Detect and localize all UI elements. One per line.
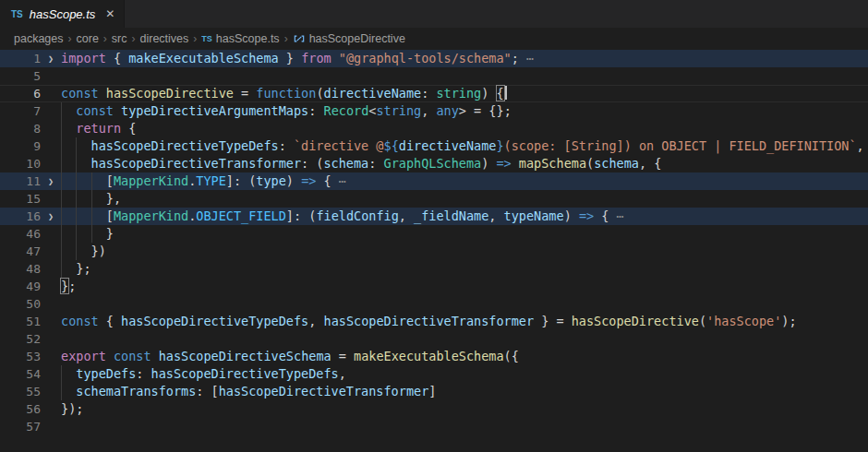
line-number: 56	[0, 400, 41, 418]
fold-spacer	[41, 67, 61, 85]
code-line: 5	[0, 67, 868, 85]
breadcrumb-item-file[interactable]: TS hasScope.ts	[201, 32, 279, 45]
code-content[interactable]: });	[61, 400, 83, 418]
fold-spacer	[41, 278, 61, 295]
code-content[interactable]: typeDefs: hasScopeDirectiveTypeDefs,	[61, 365, 346, 383]
token-var: directiveName	[324, 86, 422, 101]
breadcrumb-item-core[interactable]: core	[77, 32, 99, 45]
line-number: 6	[0, 85, 41, 102]
fold-spacer	[41, 418, 61, 435]
token-pun: > = {};	[459, 103, 512, 118]
chevron-right-icon: ›	[68, 32, 72, 45]
token-pun: {	[106, 51, 128, 65]
token-var: hasScopeDirectiveTransformer	[219, 384, 429, 398]
token-var: typeDefs	[76, 366, 136, 381]
token-kw: const	[114, 349, 151, 363]
code-content[interactable]: const { hasScopeDirectiveTypeDefs, hasSc…	[61, 313, 797, 330]
token-pun: ,	[488, 208, 503, 223]
code-content[interactable]: hasScopeDirectiveTypeDefs: `directive @$…	[61, 137, 864, 155]
gutter: 9	[0, 137, 61, 155]
fold-spacer	[41, 155, 61, 172]
indent-guide	[76, 172, 90, 190]
gutter: 10	[0, 155, 61, 172]
token-fn: hasScopeDirective	[572, 314, 699, 328]
token-var: directiveName	[399, 138, 497, 153]
token-pun: ,	[857, 138, 864, 153]
indent-guide	[76, 225, 90, 243]
token-ctrl: from	[301, 51, 332, 65]
token-kw: =>	[496, 156, 511, 171]
line-number: 55	[0, 383, 41, 400]
code-line: 49};	[0, 278, 868, 295]
fold-chevron-icon[interactable]: ❯	[41, 172, 61, 190]
code-line: 10hasScopeDirectiveTransformer: (schema:…	[0, 155, 868, 172]
breadcrumb-item-src[interactable]: src	[112, 32, 127, 45]
close-icon[interactable]: ✕	[105, 8, 115, 19]
breadcrumb-item-directives[interactable]: directives	[140, 32, 189, 45]
token-pun: {	[121, 121, 136, 136]
tab-label: hasScope.ts	[30, 7, 96, 21]
line-number: 49	[0, 278, 41, 295]
code-line: 47})	[0, 243, 868, 260]
token-kw: any	[436, 103, 458, 118]
code-line: 53export const hasScopeDirectiveSchema =…	[0, 348, 868, 365]
code-line: 50	[0, 295, 868, 313]
token-var: schemaTransforms	[76, 384, 196, 398]
code-content[interactable]: export const hasScopeDirectiveSchema = m…	[61, 348, 519, 365]
gutter: 6	[0, 85, 61, 102]
gutter: 46	[0, 225, 61, 243]
fold-spacer	[41, 383, 61, 400]
code-content[interactable]: schemaTransforms: [hasScopeDirectiveTran…	[61, 383, 436, 400]
gutter: 51	[0, 313, 61, 330]
token-str: (scope: [String]) on OBJECT | FIELD_DEFI…	[504, 138, 857, 153]
code-content[interactable]: })	[61, 243, 106, 260]
token-pun: },	[106, 191, 121, 206]
line-number: 57	[0, 418, 41, 435]
code-content[interactable]: const hasScopeDirective = function(direc…	[61, 85, 507, 102]
indent-guide	[76, 137, 90, 155]
code-content[interactable]: };	[61, 278, 76, 295]
token-type: string	[436, 86, 481, 101]
token-fold: ⋯	[332, 173, 346, 188]
code-content[interactable]: return {	[61, 120, 136, 137]
gutter: 47	[0, 243, 61, 260]
fold-chevron-icon[interactable]: ❯	[41, 208, 61, 225]
token-ctrl: return	[76, 121, 121, 136]
code-content[interactable]: },	[61, 190, 121, 208]
code-content[interactable]: }	[61, 225, 114, 243]
code-line: 15},	[0, 190, 868, 208]
token-const: OBJECT_FIELD	[196, 208, 286, 223]
tab-hasscope[interactable]: TS hasScope.ts ✕	[0, 0, 125, 28]
gutter: 54	[0, 365, 61, 383]
code-content[interactable]: hasScopeDirectiveTransformer: (schema: G…	[61, 155, 661, 172]
fold-spacer	[41, 295, 61, 313]
token-pun: ]: (	[286, 208, 317, 223]
breadcrumb-item-packages[interactable]: packages	[14, 32, 64, 45]
token-pun: }	[106, 226, 114, 241]
indent-guide	[61, 208, 76, 225]
indent-guide	[61, 120, 76, 137]
gutter: 5	[0, 67, 61, 85]
fold-chevron-icon[interactable]: ❯	[41, 50, 61, 67]
token-pun: {	[316, 173, 331, 188]
code-content[interactable]: };	[61, 260, 91, 278]
code-content[interactable]: [MapperKind.TYPE]: (type) => { ⋯	[61, 172, 346, 190]
line-number: 9	[0, 137, 41, 155]
code-line: 57	[0, 418, 868, 435]
code-content[interactable]: const typeDirectiveArgumentMaps: Record<…	[61, 102, 512, 120]
line-number: 52	[0, 330, 41, 348]
line-number: 47	[0, 243, 41, 260]
code-content[interactable]: import { makeExecutableSchema } from "@g…	[61, 50, 534, 67]
token-pun: )	[286, 173, 301, 188]
fold-spacer	[41, 243, 61, 260]
token-pun: ]	[428, 384, 436, 398]
breadcrumb-item-symbol[interactable]: hasScopeDirective	[293, 32, 405, 45]
token-pun: ,	[339, 366, 346, 381]
code-content[interactable]: [MapperKind.OBJECT_FIELD]: (fieldConfig,…	[61, 208, 624, 225]
token-pun	[332, 51, 339, 65]
indent-guide	[91, 172, 106, 190]
token-kw: const	[61, 86, 99, 101]
token-pun: ]: (	[226, 173, 257, 188]
indent-guide	[76, 190, 90, 208]
token-pun	[106, 349, 114, 363]
